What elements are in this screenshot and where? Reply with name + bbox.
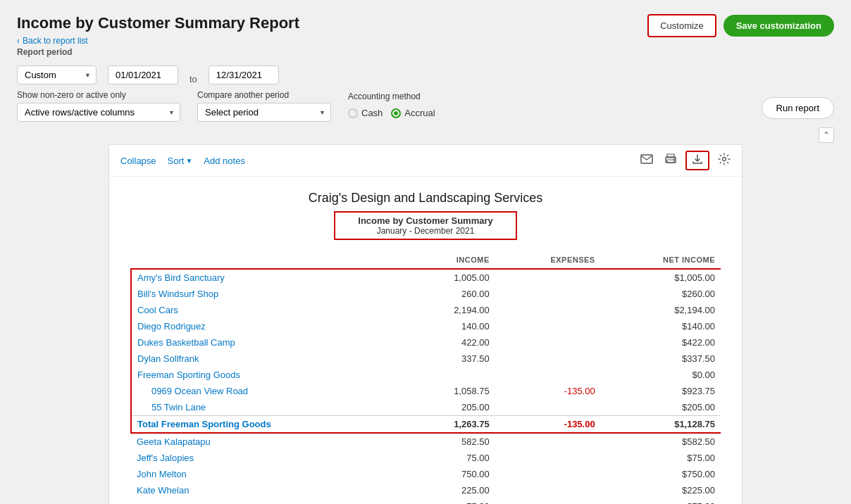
to-label: to xyxy=(190,74,197,84)
show-nonzero-label: Show non-zero or active only xyxy=(17,90,180,100)
chevron-left-icon: ‹ xyxy=(17,36,20,46)
settings-icon-button[interactable] xyxy=(715,151,733,170)
toolbar-icons xyxy=(638,151,733,170)
run-report-button[interactable]: Run report xyxy=(762,97,834,119)
customer-name-cell[interactable]: John Melton xyxy=(131,466,406,482)
page-title: Income by Customer Summary Report xyxy=(17,14,299,32)
expenses-cell xyxy=(495,351,601,367)
col-header-expenses: EXPENSES xyxy=(495,251,601,269)
net-income-cell: $225.00 xyxy=(601,482,721,498)
email-icon-button[interactable] xyxy=(638,153,656,168)
svg-point-5 xyxy=(723,158,726,161)
table-row: 0969 Ocean View Road 1,058.75 -135.00 $9… xyxy=(131,383,721,399)
expenses-cell xyxy=(495,302,601,318)
table-row: 55 Twin Lane 205.00 $205.00 xyxy=(131,399,721,416)
show-nonzero-selector[interactable]: Active rows/active columns All rows/all … xyxy=(17,103,180,122)
cash-radio[interactable]: Cash xyxy=(348,108,383,118)
svg-rect-0 xyxy=(641,155,652,163)
income-cell: 75.00 xyxy=(406,450,495,466)
expenses-cell xyxy=(495,466,601,482)
income-cell xyxy=(406,367,495,383)
period-type-selector[interactable]: Custom This Month Last Month This Quarte… xyxy=(17,65,97,84)
customer-name-cell[interactable]: Kate Whelan xyxy=(131,482,406,498)
expenses-cell xyxy=(495,482,601,498)
export-icon-button[interactable] xyxy=(685,151,709,170)
period-type-select[interactable]: Custom This Month Last Month This Quarte… xyxy=(17,65,97,84)
show-nonzero-select[interactable]: Active rows/active columns All rows/all … xyxy=(17,103,180,122)
income-cell: 140.00 xyxy=(406,318,495,334)
customer-name-cell[interactable]: Geeta Kalapatapu xyxy=(131,433,406,450)
customer-name-cell[interactable]: Cool Cars xyxy=(131,302,406,318)
customer-name-cell[interactable]: 55 Twin Lane xyxy=(131,399,406,416)
customer-name-cell[interactable]: Bill's Windsurf Shop xyxy=(131,286,406,302)
table-row: Kate Whelan 225.00 $225.00 xyxy=(131,482,721,498)
table-row: Cool Cars 2,194.00 $2,194.00 xyxy=(131,302,721,318)
customer-name-cell[interactable]: Dukes Basketball Camp xyxy=(131,334,406,351)
collapse-panel-icon[interactable]: ⌃ xyxy=(819,127,834,143)
cash-radio-dot xyxy=(348,108,358,118)
customer-name-cell[interactable]: Dylan Sollfrank xyxy=(131,351,406,367)
print-icon-button[interactable] xyxy=(661,152,680,169)
compare-period-select[interactable]: Select period Previous Period Previous Y… xyxy=(197,103,331,122)
customer-name-total-cell: Total Freeman Sporting Goods xyxy=(131,416,406,434)
table-row: Dukes Basketball Camp 422.00 $422.00 xyxy=(131,334,721,351)
income-cell: 260.00 xyxy=(406,286,495,302)
net-income-cell: $582.50 xyxy=(601,433,721,450)
table-row: Dylan Sollfrank 337.50 $337.50 xyxy=(131,351,721,367)
compare-period-selector[interactable]: Select period Previous Period Previous Y… xyxy=(197,103,331,122)
save-customization-button[interactable]: Save customization xyxy=(723,15,834,37)
income-cell: 205.00 xyxy=(406,399,495,416)
net-income-cell: $923.75 xyxy=(601,383,721,399)
report-content: Craig's Design and Landscaping Services … xyxy=(109,177,742,504)
income-cell: 1,005.00 xyxy=(406,269,495,286)
net-income-cell: $422.00 xyxy=(601,334,721,351)
customer-name-cell[interactable]: 0969 Ocean View Road xyxy=(131,383,406,399)
compare-period-group: Compare another period Select period Pre… xyxy=(197,90,331,122)
net-income-cell: $140.00 xyxy=(601,318,721,334)
net-income-cell: $1,005.00 xyxy=(601,269,721,286)
income-cell: 225.00 xyxy=(406,482,495,498)
customer-name-cell[interactable]: Diego Rodriguez xyxy=(131,318,406,334)
income-cell: 2,194.00 xyxy=(406,302,495,318)
table-row: Jeff's Jalopies 75.00 $75.00 xyxy=(131,450,721,466)
expenses-cell xyxy=(495,318,601,334)
expenses-cell xyxy=(495,450,601,466)
income-cell: 582.50 xyxy=(406,433,495,450)
header-buttons: Customize Save customization xyxy=(647,14,834,37)
expenses-cell xyxy=(495,498,601,504)
report-title-text: Income by Customer Summary xyxy=(341,215,510,226)
table-row: Amy's Bird Sanctuary 1,005.00 $1,005.00 xyxy=(131,269,721,286)
net-income-cell: $750.00 xyxy=(601,466,721,482)
end-date-input[interactable] xyxy=(209,65,279,84)
customize-button[interactable]: Customize xyxy=(647,14,716,37)
table-row: Diego Rodriguez 140.00 $140.00 xyxy=(131,318,721,334)
net-income-cell: $75.00 xyxy=(601,450,721,466)
period-controls: Custom This Month Last Month This Quarte… xyxy=(17,65,834,84)
customer-name-cell[interactable]: Freeman Sporting Goods xyxy=(131,367,406,383)
filter-row: Show non-zero or active only Active rows… xyxy=(17,90,834,122)
cash-radio-label: Cash xyxy=(361,108,383,118)
accrual-radio-dot xyxy=(391,108,401,118)
add-notes-button[interactable]: Add notes xyxy=(201,154,248,168)
show-nonzero-group: Show non-zero or active only Active rows… xyxy=(17,90,180,122)
start-date-input[interactable] xyxy=(108,65,178,84)
report-title-box: Income by Customer Summary January - Dec… xyxy=(334,211,517,240)
customer-name-cell[interactable]: Jeff's Jalopies xyxy=(131,450,406,466)
income-cell: 75.00 xyxy=(406,498,495,504)
accrual-radio[interactable]: Accrual xyxy=(391,108,435,118)
report-table: INCOME EXPENSES NET INCOME Amy's Bird Sa… xyxy=(130,251,721,504)
accrual-radio-label: Accrual xyxy=(404,108,435,118)
customer-name-cell[interactable]: Amy's Bird Sanctuary xyxy=(131,269,406,286)
back-link[interactable]: ‹ Back to report list xyxy=(17,36,88,46)
table-row-total: Total Freeman Sporting Goods 1,263.75 -1… xyxy=(131,416,721,434)
customer-name-cell[interactable]: ... xyxy=(131,498,406,504)
sort-button[interactable]: Sort ▼ xyxy=(168,156,193,166)
expenses-cell xyxy=(495,433,601,450)
company-name: Craig's Design and Landscaping Services xyxy=(130,191,721,206)
table-row: Bill's Windsurf Shop 260.00 $260.00 xyxy=(131,286,721,302)
col-header-net-income: NET INCOME xyxy=(601,251,721,269)
collapse-button[interactable]: Collapse xyxy=(118,154,159,168)
report-period-label: Report period xyxy=(17,47,299,57)
expenses-cell xyxy=(495,334,601,351)
income-cell: 750.00 xyxy=(406,466,495,482)
